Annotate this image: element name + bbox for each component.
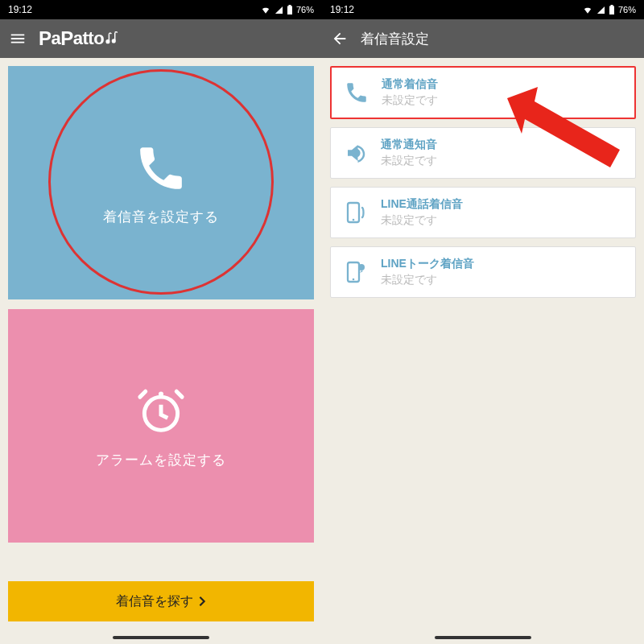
status-battery: 76% <box>296 5 314 14</box>
screen-settings: 19:12 76% 着信音設定 通常着信音 未設定です <box>322 0 644 644</box>
row-normal-ringtone[interactable]: 通常着信音 未設定です <box>330 66 636 119</box>
search-button-label: 着信音を探す <box>116 593 193 610</box>
svg-point-7 <box>353 279 355 281</box>
svg-point-0 <box>106 40 109 43</box>
signal-icon <box>275 6 283 14</box>
card-alarm-label: アラームを設定する <box>96 451 226 469</box>
row-title: LINEトーク着信音 <box>381 257 474 271</box>
svg-point-5 <box>353 219 355 221</box>
svg-point-3 <box>159 391 163 396</box>
wifi-icon <box>260 6 271 14</box>
battery-icon <box>609 5 615 14</box>
chevron-right-icon <box>198 596 206 607</box>
hamburger-icon <box>9 30 27 47</box>
screen-home: 19:12 76% PaPatto 着信音を設定する <box>0 0 322 644</box>
card-ringtone-label: 着信音を設定する <box>103 208 219 226</box>
status-battery: 76% <box>618 5 636 14</box>
row-line-call[interactable]: LINE通話着信音 未設定です <box>330 187 636 238</box>
music-notes-icon <box>105 31 123 46</box>
card-set-alarm[interactable]: アラームを設定する <box>8 309 314 543</box>
status-time: 19:12 <box>330 4 354 15</box>
menu-button[interactable] <box>6 27 29 50</box>
status-time: 19:12 <box>8 4 32 15</box>
row-title: 通常着信音 <box>382 77 438 92</box>
arrow-left-icon <box>331 30 349 47</box>
row-line-talk[interactable]: LINEトーク着信音 未設定です <box>330 246 636 298</box>
app-logo: PaPatto <box>39 27 123 50</box>
row-title: LINE通話着信音 <box>381 197 463 212</box>
status-icons: 76% <box>582 5 636 14</box>
battery-icon <box>287 5 293 14</box>
row-sub: 未設定です <box>381 154 437 168</box>
settings-list: 通常着信音 未設定です 通常通知音 未設定です LINE通話着信音 未設定です <box>322 58 644 306</box>
wifi-icon <box>582 6 593 14</box>
nav-handle[interactable] <box>113 636 209 639</box>
status-bar: 19:12 76% <box>322 0 644 19</box>
phone-chat-icon <box>342 258 369 286</box>
search-ringtone-button[interactable]: 着信音を探す <box>8 581 314 621</box>
home-content: 着信音を設定する アラームを設定する <box>0 58 322 644</box>
page-title: 着信音設定 <box>361 30 429 48</box>
status-icons: 76% <box>260 5 314 14</box>
card-set-ringtone[interactable]: 着信音を設定する <box>8 66 314 299</box>
phone-icon <box>343 79 370 106</box>
speaker-icon <box>342 139 369 167</box>
svg-point-8 <box>358 264 365 270</box>
app-bar-settings: 着信音設定 <box>322 19 644 58</box>
svg-point-1 <box>113 39 116 43</box>
phone-ring-icon <box>342 199 369 226</box>
phone-icon <box>133 140 189 196</box>
nav-handle[interactable] <box>435 636 531 639</box>
alarm-clock-icon <box>133 383 189 440</box>
signal-icon <box>597 6 605 14</box>
row-sub: 未設定です <box>381 213 463 228</box>
app-bar-home: PaPatto <box>0 19 322 58</box>
row-sub: 未設定です <box>381 273 474 287</box>
row-normal-notification[interactable]: 通常通知音 未設定です <box>330 127 636 179</box>
back-button[interactable] <box>328 27 351 50</box>
row-title: 通常通知音 <box>381 138 437 152</box>
status-bar: 19:12 76% <box>0 0 322 19</box>
bottom-bar: 着信音を探す <box>0 581 322 621</box>
row-sub: 未設定です <box>382 93 438 108</box>
